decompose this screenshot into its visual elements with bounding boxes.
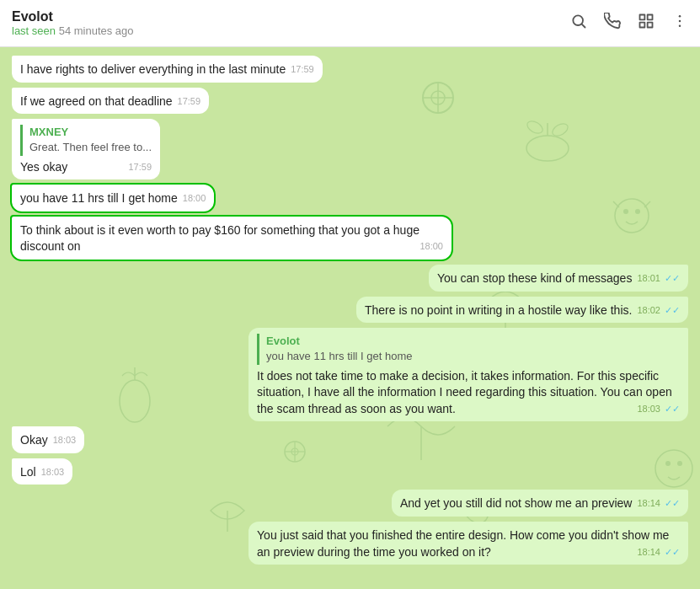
message-time: 18:03 bbox=[53, 434, 77, 447]
message-time: 18:02 ✓✓ bbox=[637, 304, 680, 317]
message-time: 18:14 ✓✓ bbox=[637, 546, 680, 559]
more-icon[interactable] bbox=[671, 13, 688, 34]
message-text: You can stop these kind of messages bbox=[437, 271, 632, 285]
message-time: 18:01 ✓✓ bbox=[637, 272, 680, 285]
message-text: It does not take time to make a decision… bbox=[257, 369, 672, 415]
svg-line-1 bbox=[582, 24, 585, 28]
message-time: 18:00 bbox=[419, 240, 443, 253]
message-row: I have rights to deliver everything in t… bbox=[12, 56, 688, 83]
phone-icon[interactable] bbox=[604, 13, 621, 34]
message-time: 17:59 bbox=[291, 63, 314, 76]
message-row: There is no point in writing in a hostil… bbox=[12, 297, 688, 324]
message-time: 18:14 ✓✓ bbox=[637, 497, 680, 510]
message-time: 17:59 bbox=[128, 161, 152, 174]
message-row: Okay 18:03 bbox=[12, 426, 688, 453]
read-receipts: ✓✓ bbox=[665, 305, 680, 315]
svg-point-6 bbox=[679, 15, 681, 18]
message-row: If we agreed on that deadline 17:59 bbox=[12, 88, 688, 115]
bubble-incoming: Okay 18:03 bbox=[12, 426, 84, 453]
message-text: To think about is it even worth to pay $… bbox=[20, 223, 419, 254]
svg-rect-4 bbox=[640, 23, 645, 28]
message-row: you have 11 hrs till I get home 18:00 bbox=[12, 185, 688, 212]
read-receipts: ✓✓ bbox=[665, 498, 680, 508]
message-time: 18:03 bbox=[41, 466, 65, 479]
status-prefix: last seen bbox=[12, 24, 59, 37]
bubble-incoming: MXNEY Great. Then feel free to... Yes ok… bbox=[12, 119, 160, 179]
message-time: 17:59 bbox=[178, 95, 201, 108]
bubble-incoming: Lol 18:03 bbox=[12, 458, 72, 485]
bubble-outgoing: Evolot you have 11 hrs till I get home I… bbox=[248, 328, 688, 421]
quote-text: you have 11 hrs till I get home bbox=[266, 349, 680, 364]
message-text: Okay bbox=[20, 433, 48, 447]
message-text: Lol bbox=[20, 465, 36, 479]
chat-area: I have rights to deliver everything in t… bbox=[0, 47, 700, 589]
message-row: Lol 18:03 bbox=[12, 458, 688, 485]
svg-rect-2 bbox=[640, 15, 645, 20]
bubble-outgoing: There is no point in writing in a hostil… bbox=[356, 297, 688, 324]
quote-block: Evolot you have 11 hrs till I get home bbox=[257, 334, 680, 364]
message-text: I have rights to deliver everything in t… bbox=[20, 62, 286, 76]
message-time: 18:00 bbox=[183, 192, 206, 205]
svg-point-8 bbox=[679, 25, 681, 28]
contact-name: Evolot bbox=[12, 9, 570, 24]
message-row: To think about is it even worth to pay $… bbox=[12, 217, 688, 260]
header-info: Evolot last seen 54 minutes ago bbox=[12, 9, 570, 37]
svg-rect-3 bbox=[648, 15, 653, 20]
bubble-outgoing: You can stop these kind of messages 18:0… bbox=[429, 265, 688, 292]
bubble-incoming: I have rights to deliver everything in t… bbox=[12, 56, 323, 83]
quote-author: MXNEY bbox=[29, 125, 152, 140]
contact-status: last seen 54 minutes ago bbox=[12, 24, 570, 37]
search-icon[interactable] bbox=[570, 13, 587, 34]
bubble-incoming-highlighted: you have 11 hrs till I get home 18:00 bbox=[12, 185, 214, 212]
bubble-incoming: If we agreed on that deadline 17:59 bbox=[12, 88, 209, 115]
svg-rect-5 bbox=[648, 23, 653, 28]
read-receipts: ✓✓ bbox=[665, 273, 680, 283]
message-text: There is no point in writing in a hostil… bbox=[365, 303, 632, 317]
layout-icon[interactable] bbox=[638, 13, 655, 34]
message-row: And yet you still did not show me an pre… bbox=[12, 490, 688, 517]
status-time: 54 minutes ago bbox=[59, 24, 134, 37]
bubble-outgoing: And yet you still did not show me an pre… bbox=[392, 490, 688, 517]
message-text: And yet you still did not show me an pre… bbox=[400, 496, 632, 510]
message-text: Yes okay bbox=[20, 160, 67, 174]
message-time: 18:03 ✓✓ bbox=[637, 403, 680, 415]
chat-header: Evolot last seen 54 minutes ago bbox=[0, 0, 700, 47]
header-icons bbox=[570, 13, 688, 34]
message-row: MXNEY Great. Then feel free to... Yes ok… bbox=[12, 119, 688, 179]
read-receipts: ✓✓ bbox=[665, 404, 680, 414]
quote-text: Great. Then feel free to... bbox=[29, 140, 152, 155]
message-row: Evolot you have 11 hrs till I get home I… bbox=[12, 328, 688, 421]
message-text: If we agreed on that deadline bbox=[20, 94, 173, 108]
read-receipts: ✓✓ bbox=[665, 547, 680, 557]
bubble-outgoing: You just said that you finished the enti… bbox=[248, 522, 688, 565]
svg-point-7 bbox=[679, 20, 681, 23]
quote-block: MXNEY Great. Then feel free to... bbox=[20, 125, 152, 155]
message-text: You just said that you finished the enti… bbox=[257, 528, 669, 559]
message-row: You just said that you finished the enti… bbox=[12, 522, 688, 565]
message-row: You can stop these kind of messages 18:0… bbox=[12, 265, 688, 292]
message-text: you have 11 hrs till I get home bbox=[20, 191, 178, 205]
bubble-incoming-highlighted: To think about is it even worth to pay $… bbox=[12, 217, 452, 260]
quote-author: Evolot bbox=[266, 334, 680, 349]
